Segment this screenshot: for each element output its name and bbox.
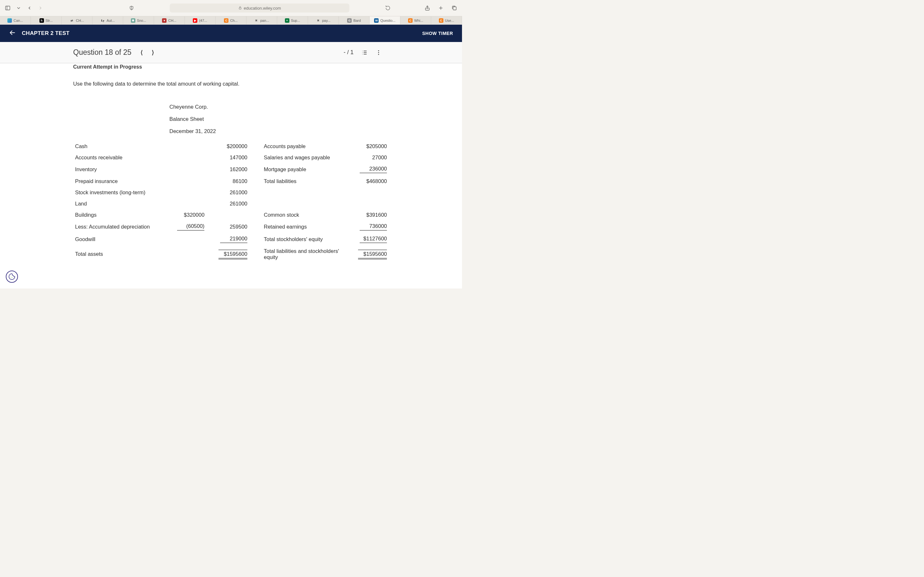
attempt-status: Current Attempt in Progress — [73, 63, 389, 71]
favicon: C — [224, 18, 228, 23]
browser-tab[interactable]: ▶(47... — [185, 16, 216, 24]
tab-label: CH... — [76, 19, 84, 23]
refresh-icon[interactable] — [384, 4, 392, 12]
browser-tab[interactable]: ✽Sno... — [123, 16, 154, 24]
favicon: ✽ — [131, 18, 136, 23]
url-text: education.wiley.com — [244, 6, 281, 11]
table-row: Total assets$1595600Total liabilities an… — [73, 245, 389, 263]
browser-tab[interactable]: CWhi... — [401, 16, 431, 24]
tab-label: Whi... — [414, 19, 423, 23]
browser-tab[interactable]: LyAut... — [92, 16, 123, 24]
favicon: C — [439, 18, 443, 23]
table-row: Goodwill219000Total stockholders' equity… — [73, 233, 389, 245]
favicon: ⤧ — [254, 18, 258, 23]
company-name: Cheyenne Corp. — [170, 101, 208, 113]
table-row: Less: Accumulated depreciation(60500)259… — [73, 221, 389, 233]
svg-rect-7 — [453, 7, 456, 10]
sidebar-toggle-icon[interactable] — [4, 4, 11, 12]
favicon: G — [347, 18, 352, 23]
prev-question-icon[interactable]: ⟨ — [141, 49, 143, 56]
favicon: ▶ — [193, 18, 197, 23]
question-bar: Question 18 of 25 ⟨ ⟩ - / 1 — [0, 42, 462, 63]
tab-label: Sup... — [291, 19, 300, 23]
tab-label: Questio... — [380, 19, 395, 23]
back-arrow-icon[interactable] — [9, 29, 16, 38]
svg-point-20 — [11, 277, 11, 278]
favicon: Ly — [100, 18, 105, 23]
tab-strip: Can...hStr...⇌CH...LyAut...✽Sno...▾CH...… — [0, 16, 462, 25]
balance-sheet-table: Cash$200000Accounts payable$205000Accoun… — [73, 141, 389, 263]
new-tab-icon[interactable] — [437, 4, 445, 12]
browser-tab[interactable]: +Sup... — [277, 16, 308, 24]
favicon: C — [408, 18, 413, 23]
table-row: Land261000 — [73, 198, 389, 210]
tab-label: Aut... — [107, 19, 115, 23]
browser-tab[interactable]: WQuestio... — [370, 16, 401, 24]
test-header: CHAPTER 2 TEST SHOW TIMER — [0, 25, 462, 42]
tab-label: Use... — [445, 19, 454, 23]
chevron-down-icon[interactable] — [15, 4, 23, 12]
svg-rect-3 — [239, 8, 241, 9]
svg-point-19 — [12, 277, 13, 278]
browser-tab[interactable]: CUse... — [431, 16, 462, 24]
share-icon[interactable] — [423, 4, 431, 12]
favicon: ⇌ — [69, 18, 74, 23]
svg-point-17 — [378, 54, 379, 55]
browser-tab[interactable]: hStr... — [31, 16, 61, 24]
statement-name: Balance Sheet — [170, 113, 204, 125]
tab-label: Can... — [13, 19, 23, 23]
tab-label: (47... — [199, 19, 207, 23]
table-row: Prepaid insurance86100Total liabilities$… — [73, 176, 389, 187]
browser-tab[interactable]: GBard — [339, 16, 370, 24]
browser-tab[interactable]: ▾CH... — [154, 16, 185, 24]
browser-tab[interactable]: ⇌CH... — [61, 16, 92, 24]
browser-tab[interactable]: CCh... — [216, 16, 246, 24]
tab-label: Ch... — [230, 19, 237, 23]
favicon: h — [39, 18, 44, 23]
favicon: + — [285, 18, 289, 23]
content-area: Current Attempt in Progress Use the foll… — [0, 63, 462, 288]
table-row: Stock investments (long-term)261000 — [73, 187, 389, 198]
forward-icon[interactable] — [37, 4, 44, 12]
tab-label: Sno... — [137, 19, 146, 23]
balance-sheet: Cheyenne Corp. Balance Sheet December 31… — [73, 101, 389, 263]
svg-rect-0 — [5, 6, 10, 10]
browser-tab[interactable]: Can... — [0, 16, 31, 24]
tab-label: pay... — [322, 19, 330, 23]
table-row: Buildings$320000Common stock$391600 — [73, 210, 389, 221]
tab-label: Str... — [45, 19, 53, 23]
statement-date: December 31, 2022 — [170, 125, 216, 137]
test-title: CHAPTER 2 TEST — [22, 30, 69, 37]
favicon: ▾ — [162, 18, 166, 23]
tab-label: pan... — [260, 19, 269, 23]
list-icon[interactable] — [361, 49, 368, 56]
browser-toolbar: education.wiley.com — [0, 0, 462, 16]
favicon: W — [374, 18, 379, 23]
next-question-icon[interactable]: ⟩ — [152, 49, 154, 56]
browser-tab[interactable]: ⤧pay... — [308, 16, 339, 24]
table-row: Cash$200000Accounts payable$205000 — [73, 141, 389, 152]
svg-point-16 — [378, 52, 379, 53]
svg-point-15 — [378, 50, 379, 51]
tabs-icon[interactable] — [451, 4, 458, 12]
back-icon[interactable] — [26, 4, 33, 12]
favicon: ⤧ — [316, 18, 320, 23]
question-title: Question 18 of 25 — [73, 48, 132, 57]
table-row: Accounts receivable147000Salaries and wa… — [73, 152, 389, 163]
tab-label: CH... — [168, 19, 176, 23]
score-text: - / 1 — [344, 49, 354, 56]
favicon — [7, 18, 12, 23]
question-prompt: Use the following data to determine the … — [73, 81, 389, 87]
address-bar[interactable]: education.wiley.com — [170, 3, 349, 13]
cookie-settings-icon[interactable] — [6, 271, 18, 283]
show-timer-button[interactable]: SHOW TIMER — [422, 31, 453, 36]
more-icon[interactable] — [375, 49, 382, 56]
table-row: Inventory162000Mortgage payable236000 — [73, 163, 389, 176]
shield-icon[interactable] — [128, 4, 136, 12]
tab-label: Bard — [353, 19, 360, 23]
svg-point-18 — [11, 276, 11, 276]
browser-tab[interactable]: ⤧pan... — [246, 16, 277, 24]
lock-icon — [238, 6, 242, 10]
